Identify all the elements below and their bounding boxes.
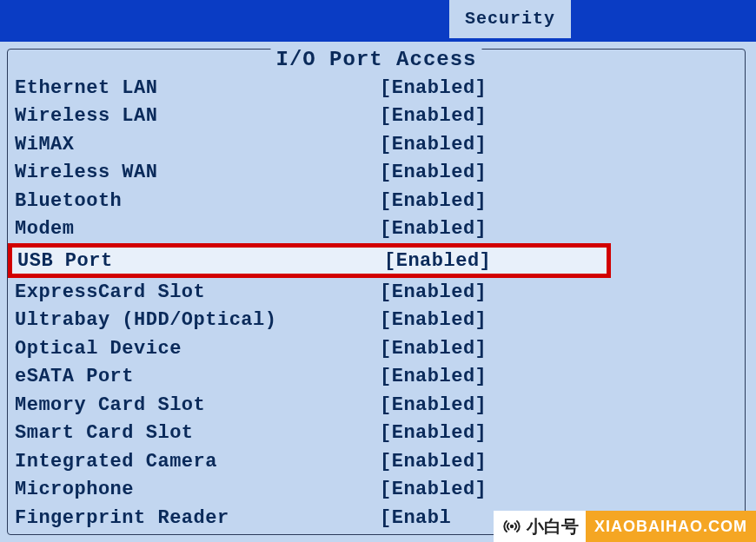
setting-value[interactable]: [Enabl <box>380 507 451 529</box>
setting-label: Ultrabay (HDD/Optical) <box>15 309 380 331</box>
setting-label: Bluetooth <box>15 190 380 212</box>
bios-header: Security <box>0 0 756 42</box>
setting-row[interactable]: Bluetooth[Enabled] <box>13 187 741 215</box>
watermark-brand: 小白号 <box>494 511 586 542</box>
setting-label: Smart Card Slot <box>15 422 380 444</box>
setting-label: Memory Card Slot <box>15 394 380 416</box>
setting-value[interactable]: [Enabled] <box>380 218 487 240</box>
watermark-domain: XIAOBAIHAO.COM <box>586 511 756 542</box>
setting-value[interactable]: [Enabled] <box>380 479 487 500</box>
watermark-brand-text: 小白号 <box>527 515 579 539</box>
setting-value[interactable]: [Enabled] <box>380 422 487 444</box>
setting-row[interactable]: Modem[Enabled] <box>13 215 741 244</box>
svg-point-0 <box>510 525 514 528</box>
watermark-badge: 小白号 XIAOBAIHAO.COM <box>494 511 756 542</box>
setting-value[interactable]: [Enabled] <box>384 250 491 272</box>
setting-row[interactable]: Smart Card Slot[Enabled] <box>13 420 741 448</box>
setting-row[interactable]: USB Port[Enabled] <box>8 243 611 278</box>
setting-value[interactable]: [Enabled] <box>380 366 487 387</box>
setting-row[interactable]: Wireless WAN[Enabled] <box>13 159 741 188</box>
setting-value[interactable]: [Enabled] <box>380 190 487 212</box>
setting-label: WiMAX <box>15 134 380 155</box>
setting-value[interactable]: [Enabled] <box>380 134 487 155</box>
setting-row[interactable]: WiMAX[Enabled] <box>13 130 741 159</box>
setting-label: Ethernet LAN <box>15 77 380 99</box>
setting-value[interactable]: [Enabled] <box>380 281 487 303</box>
setting-row[interactable]: Integrated Camera[Enabled] <box>13 447 741 476</box>
setting-label: Fingerprint Reader <box>15 507 380 529</box>
setting-label: Wireless LAN <box>15 105 380 127</box>
setting-value[interactable]: [Enabled] <box>380 309 487 331</box>
settings-list: Ethernet LAN[Enabled]Wireless LAN[Enable… <box>8 69 745 532</box>
setting-row[interactable]: Optical Device[Enabled] <box>13 334 741 363</box>
panel-title: I/O Port Access <box>270 48 481 71</box>
setting-label: Optical Device <box>15 338 380 360</box>
signal-icon <box>502 518 521 535</box>
setting-row[interactable]: eSATA Port[Enabled] <box>13 363 741 392</box>
setting-value[interactable]: [Enabled] <box>380 162 487 183</box>
setting-value[interactable]: [Enabled] <box>380 451 487 473</box>
setting-value[interactable]: [Enabled] <box>380 77 487 99</box>
setting-row[interactable]: Wireless LAN[Enabled] <box>13 102 741 131</box>
setting-value[interactable]: [Enabled] <box>380 338 487 360</box>
setting-label: ExpressCard Slot <box>15 281 380 303</box>
tab-security[interactable]: Security <box>449 0 571 38</box>
io-port-access-panel: I/O Port Access Ethernet LAN[Enabled]Wir… <box>7 49 746 535</box>
setting-label: Microphone <box>15 479 380 500</box>
setting-row[interactable]: Ethernet LAN[Enabled] <box>13 74 741 102</box>
setting-label: Integrated Camera <box>15 451 380 473</box>
setting-row[interactable]: Memory Card Slot[Enabled] <box>13 391 741 420</box>
setting-label: USB Port <box>17 250 384 272</box>
setting-row[interactable]: Ultrabay (HDD/Optical)[Enabled] <box>13 307 741 335</box>
setting-row[interactable]: ExpressCard Slot[Enabled] <box>13 278 741 307</box>
setting-label: eSATA Port <box>15 366 380 387</box>
bios-content: I/O Port Access Ethernet LAN[Enabled]Wir… <box>0 42 756 535</box>
setting-value[interactable]: [Enabled] <box>380 105 487 127</box>
setting-row[interactable]: Microphone[Enabled] <box>13 476 741 505</box>
setting-value[interactable]: [Enabled] <box>380 394 487 416</box>
setting-label: Wireless WAN <box>15 162 380 183</box>
setting-label: Modem <box>15 218 380 240</box>
